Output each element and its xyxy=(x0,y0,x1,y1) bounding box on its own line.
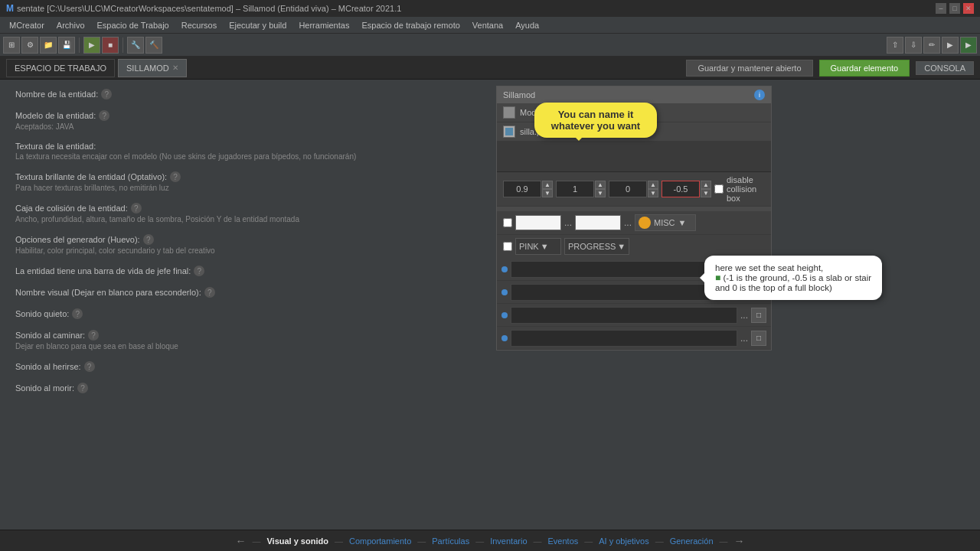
sound-btn-3[interactable]: □ xyxy=(751,308,766,323)
sound-indicator-3 xyxy=(501,312,508,318)
menu-tools[interactable]: Herramientas xyxy=(292,19,355,31)
toolbar-right-3[interactable]: ✏ xyxy=(923,37,940,54)
nav-item-comportamiento[interactable]: Comportamiento xyxy=(349,536,411,546)
field-walk-label: Sonido al caminar: ? xyxy=(15,330,475,341)
progress-row: PINK ▼ PROGRESS ▼ xyxy=(497,235,771,258)
sound-indicator-2 xyxy=(501,289,508,295)
color-dots-1[interactable]: ... xyxy=(564,217,572,228)
nav-sep-4: — xyxy=(534,536,542,546)
spin-down-4[interactable]: ▼ xyxy=(701,189,711,197)
tab-sillamod[interactable]: SILLAMOD ✕ xyxy=(118,59,187,77)
toolbar-btn-2[interactable]: ⚙ xyxy=(21,37,38,54)
field-walk-sound: Sonido al caminar: ? Dejar en blanco par… xyxy=(15,330,475,350)
sound-input-2[interactable] xyxy=(511,284,737,301)
toolbar-right-1[interactable]: ⇧ xyxy=(887,37,903,54)
spin-4: ▲ ▼ xyxy=(701,181,711,197)
menu-mcreator[interactable]: MCreator xyxy=(3,19,51,31)
toolbar-btn-7[interactable]: 🔧 xyxy=(127,37,144,54)
help-icon-death[interactable]: ? xyxy=(77,383,88,393)
minimize-button[interactable]: – xyxy=(936,3,946,14)
progress-dropdown[interactable]: PROGRESS ▼ xyxy=(564,238,629,255)
menu-remote[interactable]: Espacio de trabajo remoto xyxy=(355,19,466,31)
menu-recursos[interactable]: Recursos xyxy=(175,19,223,31)
sound-dots-4[interactable]: ... xyxy=(740,333,748,344)
save-keep-open-button[interactable]: Guardar y mantener abierto xyxy=(686,60,812,77)
toolbar-btn-8[interactable]: 🔨 xyxy=(145,37,162,54)
sound-input-4[interactable] xyxy=(511,330,737,347)
toolbar-btn-5[interactable]: ▶ xyxy=(83,37,100,54)
toolbar-btn-3[interactable]: 📁 xyxy=(40,37,57,54)
nav-sep-6: — xyxy=(655,536,664,546)
spin-up-3[interactable]: ▲ xyxy=(648,181,658,189)
progress-checkbox[interactable] xyxy=(503,242,512,251)
pink-dropdown[interactable]: PINK ▼ xyxy=(515,238,561,255)
sound-btn-4[interactable]: □ xyxy=(751,331,766,346)
tab-workspace[interactable]: ESPACIO DE TRABAJO xyxy=(6,59,115,77)
menu-ayuda[interactable]: Ayuda xyxy=(509,19,545,31)
num-input-height[interactable] xyxy=(609,181,647,197)
sound-dots-3[interactable]: ... xyxy=(740,310,748,321)
nav-item-visual[interactable]: Visual y sonido xyxy=(266,536,328,546)
spin-down-1[interactable]: ▼ xyxy=(542,189,553,197)
disable-collision-checkbox[interactable] xyxy=(714,184,724,194)
field-spawn-sublabel: Habilitar, color principal, color secund… xyxy=(15,246,475,255)
menu-workspace[interactable]: Espacio de Trabajo xyxy=(91,19,175,31)
help-icon-spawn[interactable]: ? xyxy=(143,234,154,245)
num-input-y-pos[interactable] xyxy=(662,181,700,197)
num-input-width[interactable] xyxy=(503,181,541,197)
save-element-button[interactable]: Guardar elemento xyxy=(819,60,910,77)
toolbar-btn-6[interactable]: ■ xyxy=(102,37,119,54)
spin-up-1[interactable]: ▲ xyxy=(542,181,553,189)
toolbar-btn-1[interactable]: ⊞ xyxy=(3,37,20,54)
color-box-1[interactable] xyxy=(515,215,561,230)
toolbar-right-4[interactable]: ▶ xyxy=(942,37,959,54)
close-button[interactable]: ✕ xyxy=(963,3,974,14)
nav-item-ai[interactable]: AI y objetivos xyxy=(599,536,648,546)
help-icon-entity-name[interactable]: ? xyxy=(101,89,112,99)
nav-item-particulas[interactable]: Partículas xyxy=(432,536,469,546)
spin-down-3[interactable]: ▼ xyxy=(648,189,658,197)
field-walk-sublabel: Dejar en blanco para que sea en base al … xyxy=(15,342,475,350)
numeric-controls-row: ▲ ▼ ▲ ▼ ▲ ▼ xyxy=(497,172,771,207)
menu-ventana[interactable]: Ventana xyxy=(466,19,509,31)
help-icon-entity-model[interactable]: ? xyxy=(99,110,109,121)
nav-item-inventario[interactable]: Inventario xyxy=(490,536,527,546)
consola-button[interactable]: CONSOLA xyxy=(916,61,974,75)
toolbar-right-2[interactable]: ⇩ xyxy=(905,37,922,54)
toolbar-btn-4[interactable]: 💾 xyxy=(58,37,75,54)
tab-close-icon[interactable]: ✕ xyxy=(172,64,178,72)
spin-up-2[interactable]: ▲ xyxy=(595,181,606,189)
field-entity-model: Modelo de la entidad: ? Aceptados: JAVA xyxy=(15,110,475,131)
help-icon-glow[interactable]: ? xyxy=(170,171,181,182)
help-icon-collision[interactable]: ? xyxy=(131,203,142,214)
sound-row-4: ... □ xyxy=(497,327,771,350)
maximize-button[interactable]: □ xyxy=(949,3,960,14)
spawn-checkbox[interactable] xyxy=(503,218,512,227)
sound-indicator-4 xyxy=(501,335,508,341)
menu-archivo[interactable]: Archivo xyxy=(51,19,91,31)
spin-up-4[interactable]: ▲ xyxy=(701,181,711,189)
num-input-depth[interactable] xyxy=(556,181,594,197)
spin-down-2[interactable]: ▼ xyxy=(595,189,606,197)
color-dots-2[interactable]: ... xyxy=(624,217,632,228)
help-icon-walk[interactable]: ? xyxy=(88,330,99,341)
nav-sep-3: — xyxy=(475,536,484,546)
texture-icon xyxy=(503,126,515,138)
entity-info-icon[interactable]: i xyxy=(754,90,765,100)
nav-next-arrow[interactable]: → xyxy=(734,535,745,547)
help-icon-quiet[interactable]: ? xyxy=(72,308,83,319)
toolbar-right-5[interactable]: ▶ xyxy=(960,37,977,54)
sound-input-3[interactable] xyxy=(511,307,737,324)
callout-white: here we set the seat height, ■ (-1 is th… xyxy=(704,256,882,300)
color-box-2[interactable] xyxy=(575,215,621,230)
misc-selector[interactable]: MISC ▼ xyxy=(635,214,696,231)
nav-item-eventos[interactable]: Eventos xyxy=(548,536,579,546)
help-icon-visual[interactable]: ? xyxy=(204,287,215,298)
nav-prev-arrow[interactable]: ← xyxy=(235,535,246,547)
help-icon-boss[interactable]: ? xyxy=(194,266,204,276)
app-logo: M xyxy=(6,3,14,14)
title-bar-controls[interactable]: – □ ✕ xyxy=(936,3,974,14)
menu-build[interactable]: Ejecutar y build xyxy=(223,19,292,31)
help-icon-hurt[interactable]: ? xyxy=(84,361,95,372)
nav-item-generacion[interactable]: Generación xyxy=(670,536,714,546)
